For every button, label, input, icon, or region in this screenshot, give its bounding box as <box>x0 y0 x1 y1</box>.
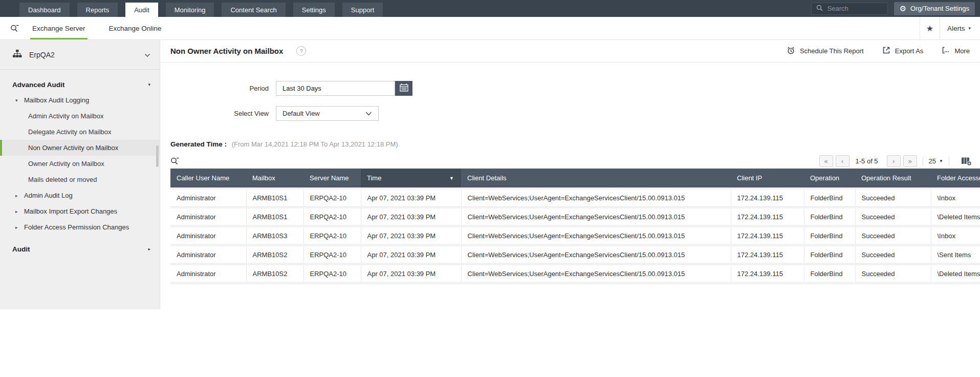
col-header-operation[interactable]: Operation <box>804 169 855 188</box>
last-page-button[interactable]: » <box>903 155 917 167</box>
col-header-folder-accessed[interactable]: Folder Accessed <box>931 169 980 188</box>
more-button[interactable]: More <box>942 46 970 56</box>
tab-audit[interactable]: Audit <box>125 3 158 17</box>
col-header-client-details[interactable]: Client Details <box>461 169 731 188</box>
sidebar-scrollbar-thumb[interactable] <box>156 145 159 167</box>
favorite-button[interactable]: ★ <box>920 17 940 39</box>
generated-time-line: Generated Time : (From Mar 14,2021 12:18… <box>160 140 980 148</box>
schedule-report-button[interactable]: Schedule This Report <box>787 46 864 56</box>
table-header-row: Caller User Name Mailbox Server Name Tim… <box>170 169 980 188</box>
alerts-dropdown[interactable]: Alerts ▾ <box>940 17 980 39</box>
export-as-label: Export As <box>895 47 924 55</box>
subnav-right: ★ Alerts ▾ <box>920 17 980 39</box>
period-input[interactable] <box>276 81 395 96</box>
sidebar-section-advanced-audit[interactable]: Advanced Audit ▾ <box>0 77 160 92</box>
cell: 172.24.139.115 <box>731 245 804 264</box>
sidebar-group-mailbox-audit-logging[interactable]: ▾ Mailbox Audit Logging <box>0 92 160 108</box>
col-header-caller-user-name[interactable]: Caller User Name <box>170 169 246 188</box>
grid-search-icon[interactable] <box>170 157 179 165</box>
cell: FolderBind <box>804 188 855 207</box>
table-row[interactable]: AdministratorARMB10S2ERPQA2-10Apr 07, 20… <box>170 245 980 264</box>
help-icon[interactable]: ? <box>296 46 306 56</box>
tab-exchange-online[interactable]: Exchange Online <box>108 17 163 39</box>
table-row[interactable]: AdministratorARMB10S2ERPQA2-10Apr 07, 20… <box>170 264 980 283</box>
sidebar-group-folder-access-permission[interactable]: ▸ Folder Access Permission Changes <box>0 219 160 235</box>
cell: ERPQA2-10 <box>303 264 361 283</box>
next-page-button[interactable]: › <box>887 155 901 167</box>
calendar-button[interactable] <box>395 81 412 96</box>
audit-label: Audit <box>12 245 30 253</box>
search-icon <box>816 4 823 13</box>
cell: Client=WebServices;UserAgent=ExchangeSer… <box>461 264 731 283</box>
page-search-icon[interactable] <box>10 24 19 32</box>
more-label: More <box>954 47 970 55</box>
cell: 172.24.139.115 <box>731 188 804 207</box>
cell: ARMB10S1 <box>246 188 303 207</box>
tab-content-search[interactable]: Content Search <box>222 3 285 17</box>
col-header-server-name[interactable]: Server Name <box>303 169 361 188</box>
org-tenant-settings-button[interactable]: ⚙ Org/Tenant Settings <box>894 2 975 15</box>
select-view-row: Select View Default View <box>160 106 980 121</box>
col-header-time[interactable]: Time ▼ <box>361 169 461 188</box>
report-filters: Period Select View Default View <box>160 81 980 121</box>
sidebar-item-admin-activity[interactable]: Admin Activity on Mailbox <box>0 108 160 124</box>
tab-dashboard[interactable]: Dashboard <box>19 3 70 17</box>
select-view-dropdown[interactable]: Default View <box>276 106 379 121</box>
page-size-dropdown[interactable]: 25 ▼ <box>929 157 943 165</box>
sidebar-item-non-owner-activity[interactable]: Non Owner Activity on Mailbox <box>0 140 160 156</box>
sidebar-item-delegate-activity[interactable]: Delegate Activity on Mailbox <box>0 124 160 140</box>
sidebar-section-audit[interactable]: Audit ▸ <box>0 241 160 257</box>
org-tenant-settings-label: Org/Tenant Settings <box>910 5 969 12</box>
cell: Administrator <box>170 226 246 245</box>
tab-reports[interactable]: Reports <box>77 3 118 17</box>
report-table: Caller User Name Mailbox Server Name Tim… <box>170 169 980 284</box>
cell: Administrator <box>170 245 246 264</box>
col-header-client-ip[interactable]: Client IP <box>731 169 804 188</box>
cell: Apr 07, 2021 03:39 PM <box>361 245 461 264</box>
sidebar-item-owner-activity[interactable]: Owner Activity on Mailbox <box>0 156 160 172</box>
table-row[interactable]: AdministratorARMB10S1ERPQA2-10Apr 07, 20… <box>170 188 980 207</box>
search-input[interactable] <box>826 4 883 13</box>
cell: Apr 07, 2021 03:39 PM <box>361 188 461 207</box>
caret-down-icon: ▾ <box>148 82 150 87</box>
sidebar-item-mails-deleted-or-moved[interactable]: Mails deleted or moved <box>0 172 160 187</box>
tab-monitoring[interactable]: Monitoring <box>166 3 214 17</box>
cell: 172.24.139.115 <box>731 226 804 245</box>
sidebar-group-mailbox-import-export[interactable]: ▸ Mailbox Import Export Changes <box>0 203 160 219</box>
col-header-operation-result[interactable]: Operation Result <box>855 169 931 188</box>
subnav-left: Exchange Server Exchange Online <box>0 17 184 39</box>
cell: 172.24.139.115 <box>731 264 804 283</box>
prev-page-button[interactable]: ‹ <box>836 155 850 167</box>
report-table-wrap: Caller User Name Mailbox Server Name Tim… <box>170 169 980 284</box>
report-actions: Schedule This Report Export As More <box>768 46 970 56</box>
org-selector[interactable]: ErpQA2 <box>0 40 160 70</box>
toolbar-divider <box>949 157 949 165</box>
col-header-mailbox[interactable]: Mailbox <box>246 169 303 188</box>
cell: Succeeded <box>855 207 931 226</box>
global-search-box[interactable] <box>811 3 888 15</box>
tab-exchange-server[interactable]: Exchange Server <box>31 17 86 39</box>
pagination-controls: « ‹ 1-5 of 5 › » 25 ▼ <box>817 155 972 167</box>
cell: ARMB10S1 <box>246 207 303 226</box>
cell: Succeeded <box>855 264 931 283</box>
cell: \Inbox <box>931 226 980 245</box>
generated-time-label: Generated Time : <box>170 140 227 148</box>
chevron-down-icon <box>144 50 150 59</box>
cell: Administrator <box>170 207 246 226</box>
grid-toolbar: « ‹ 1-5 of 5 › » 25 ▼ <box>160 153 980 169</box>
topnav-right: ⚙ Org/Tenant Settings <box>811 0 980 17</box>
export-as-button[interactable]: Export As <box>882 46 924 56</box>
add-remove-columns-icon[interactable] <box>961 156 972 166</box>
cell: Apr 07, 2021 03:39 PM <box>361 207 461 226</box>
caret-right-icon: ▸ <box>15 225 19 230</box>
table-row[interactable]: AdministratorARMB10S3ERPQA2-10Apr 07, 20… <box>170 226 980 245</box>
sidebar-group-admin-audit-log[interactable]: ▸ Admin Audit Log <box>0 187 160 203</box>
tab-settings[interactable]: Settings <box>293 3 335 17</box>
calendar-icon <box>399 83 409 94</box>
cell: FolderBind <box>804 245 855 264</box>
first-page-button[interactable]: « <box>819 155 833 167</box>
tab-support[interactable]: Support <box>342 3 383 17</box>
table-row[interactable]: AdministratorARMB10S1ERPQA2-10Apr 07, 20… <box>170 207 980 226</box>
advanced-audit-label: Advanced Audit <box>12 81 64 89</box>
cell: ARMB10S2 <box>246 245 303 264</box>
